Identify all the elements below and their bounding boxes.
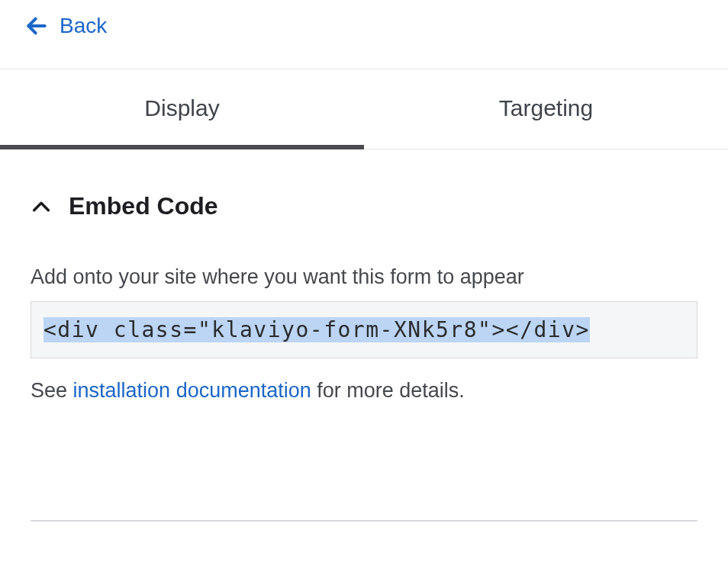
back-label: Back — [60, 14, 107, 38]
embed-code: <div class="klaviyo-form-XNk5r8"></div> — [43, 317, 590, 342]
embed-description: Add onto your site where you want this f… — [31, 263, 697, 292]
page-header: Back — [0, 0, 728, 69]
chevron-up-icon — [31, 196, 52, 217]
back-button[interactable]: Back — [24, 14, 107, 38]
section-divider — [31, 520, 697, 522]
help-suffix: for more details. — [311, 379, 465, 402]
content-area: Embed Code Add onto your site where you … — [0, 149, 728, 522]
section-title: Embed Code — [69, 192, 218, 220]
tab-targeting[interactable]: Targeting — [364, 69, 728, 149]
tab-bar: Display Targeting — [0, 69, 728, 149]
installation-doc-link[interactable]: installation documentation — [73, 379, 311, 402]
embed-code-box[interactable]: <div class="klaviyo-form-XNk5r8"></div> — [31, 301, 697, 358]
tab-display[interactable]: Display — [0, 69, 364, 149]
help-text: See installation documentation for more … — [31, 377, 697, 406]
arrow-left-icon — [24, 14, 49, 38]
help-prefix: See — [31, 379, 73, 402]
embed-section-toggle[interactable]: Embed Code — [31, 192, 697, 220]
